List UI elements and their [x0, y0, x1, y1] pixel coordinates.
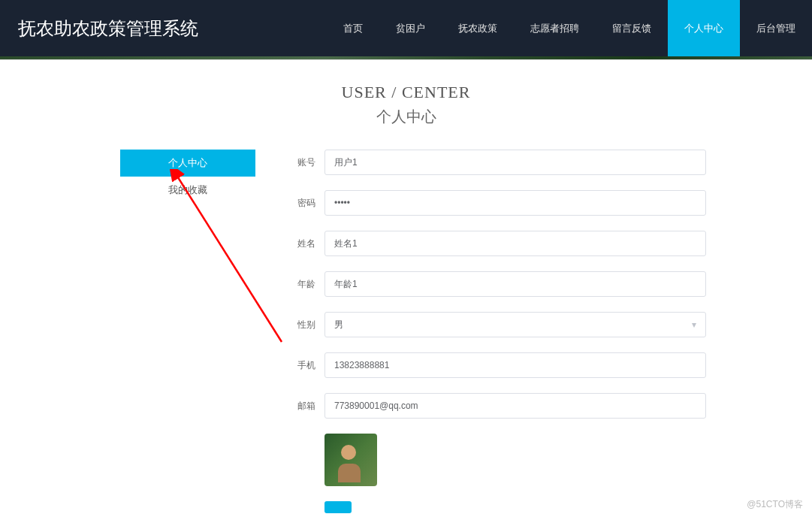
brand-title: 抚农助农政策管理系统 — [0, 17, 216, 41]
sidebar-item-favorites[interactable]: 我的收藏 — [120, 177, 255, 204]
content-area: 个人中心 我的收藏 账号 密码 姓名 年龄 性别 男 ▾ 手机 — [0, 150, 812, 513]
avatar-thumbnail[interactable] — [324, 434, 377, 486]
nav-policies[interactable]: 抚农政策 — [442, 0, 514, 56]
row-password: 密码 — [285, 190, 706, 216]
page-title-en: USER / CENTER — [0, 83, 812, 102]
nav-feedback[interactable]: 留言反馈 — [596, 0, 668, 56]
input-password[interactable] — [324, 190, 706, 216]
select-gender-value: 男 — [334, 319, 343, 331]
submit-button[interactable] — [324, 501, 352, 513]
row-gender: 性别 男 ▾ — [285, 312, 706, 337]
nav-poor-households[interactable]: 贫困户 — [379, 0, 442, 56]
label-name: 姓名 — [285, 237, 315, 250]
row-account: 账号 — [285, 150, 706, 175]
label-gender: 性别 — [285, 319, 315, 331]
row-avatar — [324, 434, 706, 486]
label-email: 邮箱 — [285, 400, 315, 413]
chevron-down-icon: ▾ — [692, 319, 696, 330]
nav-volunteer[interactable]: 志愿者招聘 — [514, 0, 596, 56]
nav-admin[interactable]: 后台管理 — [740, 0, 812, 56]
label-phone: 手机 — [285, 359, 315, 372]
form-area: 账号 密码 姓名 年龄 性别 男 ▾ 手机 邮箱 — [285, 150, 706, 513]
select-gender[interactable]: 男 ▾ — [324, 312, 706, 337]
top-navbar: 抚农助农政策管理系统 首页 贫困户 抚农政策 志愿者招聘 留言反馈 个人中心 后… — [0, 0, 812, 56]
input-email[interactable] — [324, 393, 706, 419]
nav-menu: 首页 贫困户 抚农政策 志愿者招聘 留言反馈 个人中心 后台管理 — [216, 0, 812, 56]
label-age: 年龄 — [285, 278, 315, 291]
row-email: 邮箱 — [285, 393, 706, 419]
label-account: 账号 — [285, 156, 315, 169]
input-account[interactable] — [324, 150, 706, 175]
watermark: @51CTO博客 — [747, 498, 803, 511]
input-phone[interactable] — [324, 352, 706, 378]
row-name: 姓名 — [285, 231, 706, 256]
page-title: USER / CENTER 个人中心 — [0, 83, 812, 127]
page-title-cn: 个人中心 — [0, 107, 812, 127]
row-phone: 手机 — [285, 352, 706, 378]
sidebar-item-user-center[interactable]: 个人中心 — [120, 150, 255, 177]
input-age[interactable] — [324, 271, 706, 297]
banner-image — [0, 56, 812, 60]
sidebar: 个人中心 我的收藏 — [120, 150, 255, 513]
row-age: 年龄 — [285, 271, 706, 297]
nav-user-center[interactable]: 个人中心 — [668, 0, 740, 56]
nav-home[interactable]: 首页 — [327, 0, 379, 56]
label-password: 密码 — [285, 197, 315, 210]
input-name[interactable] — [324, 231, 706, 256]
